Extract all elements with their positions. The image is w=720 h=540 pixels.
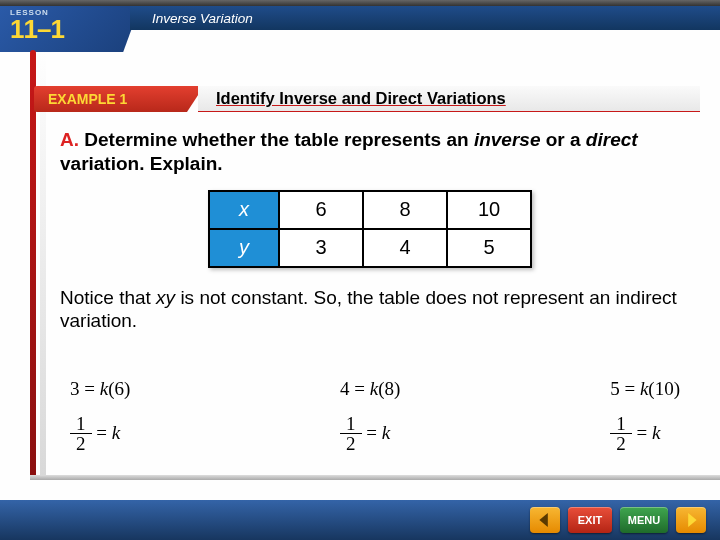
row-header-y: y bbox=[209, 229, 279, 267]
example-title: Identify Inverse and Direct Variations bbox=[216, 89, 506, 108]
side-rail-inner bbox=[40, 52, 46, 478]
cell: 4 bbox=[363, 229, 447, 267]
prompt-text: A. Determine whether the table represent… bbox=[60, 128, 680, 176]
example-tab: EXAMPLE 1 bbox=[34, 86, 204, 112]
content-area: A. Determine whether the table represent… bbox=[60, 128, 680, 333]
menu-button[interactable]: MENU bbox=[620, 507, 668, 533]
bottom-rail bbox=[30, 475, 720, 480]
table-row: y 3 4 5 bbox=[209, 229, 531, 267]
cell: 10 bbox=[447, 191, 531, 229]
equation-1-bottom: 1 2 = k bbox=[70, 414, 120, 455]
side-rail bbox=[30, 50, 36, 480]
lesson-topic: Inverse Variation bbox=[152, 11, 253, 26]
cell: 5 bbox=[447, 229, 531, 267]
arrow-right-icon bbox=[684, 513, 698, 527]
cell: 8 bbox=[363, 191, 447, 229]
lesson-topic-strip: Inverse Variation bbox=[130, 6, 720, 30]
equation-col-3: 5 = k(10) 1 2 = k bbox=[610, 378, 680, 455]
equation-1-top: 3 = k(6) bbox=[70, 378, 130, 400]
example-title-strip: Identify Inverse and Direct Variations bbox=[198, 86, 700, 112]
equation-2-top: 4 = k(8) bbox=[340, 378, 400, 400]
equation-2-bottom: 1 2 = k bbox=[340, 414, 390, 455]
explanation-text: Notice that xy is not constant. So, the … bbox=[60, 286, 680, 334]
equation-3-bottom: 1 2 = k bbox=[610, 414, 660, 455]
lesson-tab: LESSON 11–1 bbox=[0, 6, 140, 52]
variation-table: x 6 8 10 y 3 4 5 bbox=[208, 190, 532, 268]
svg-marker-1 bbox=[688, 513, 696, 527]
fraction: 1 2 bbox=[70, 414, 92, 455]
cell: 3 bbox=[279, 229, 363, 267]
prev-button[interactable] bbox=[530, 507, 560, 533]
fraction: 1 2 bbox=[340, 414, 362, 455]
exit-label: EXIT bbox=[578, 514, 602, 526]
menu-label: MENU bbox=[628, 514, 660, 526]
equations-row: 3 = k(6) 1 2 = k 4 = k(8) 1 2 = k 5 = k(… bbox=[70, 378, 680, 455]
equation-col-2: 4 = k(8) 1 2 = k bbox=[340, 378, 400, 455]
svg-marker-0 bbox=[539, 513, 547, 527]
example-tab-label: EXAMPLE 1 bbox=[48, 91, 127, 107]
next-button[interactable] bbox=[676, 507, 706, 533]
lesson-label: LESSON bbox=[10, 8, 49, 17]
table-row: x 6 8 10 bbox=[209, 191, 531, 229]
lesson-number: 11–1 bbox=[10, 14, 64, 45]
prompt-lead: A. bbox=[60, 129, 79, 150]
row-header-x: x bbox=[209, 191, 279, 229]
equation-3-top: 5 = k(10) bbox=[610, 378, 680, 400]
cell: 6 bbox=[279, 191, 363, 229]
equation-col-1: 3 = k(6) 1 2 = k bbox=[70, 378, 130, 455]
arrow-left-icon bbox=[538, 513, 552, 527]
footer-bar: EXIT MENU bbox=[0, 500, 720, 540]
fraction: 1 2 bbox=[610, 414, 632, 455]
exit-button[interactable]: EXIT bbox=[568, 507, 612, 533]
